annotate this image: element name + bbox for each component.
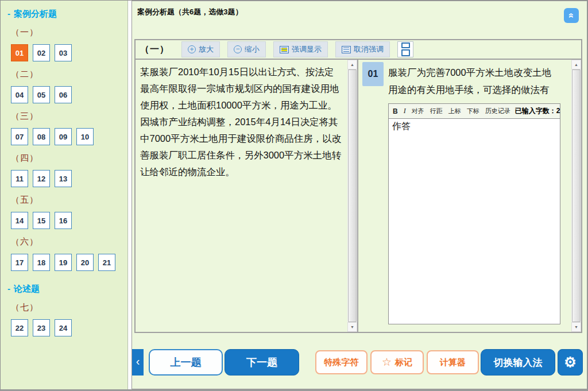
question-btn-08[interactable]: 08 xyxy=(33,128,50,145)
scroll-down-icon[interactable] xyxy=(347,322,357,332)
section-label-5: （五） xyxy=(11,195,127,206)
main-header: 案例分析题（共6题，选做3题） « xyxy=(132,1,587,39)
question-btn-13[interactable]: 13 xyxy=(55,170,72,187)
passage-text: 某服装厂2010年10月15日以出让方式、按法定最高年限取得一宗城市规划区内的国… xyxy=(136,60,347,332)
panels: 某服装厂2010年10月15日以出让方式、按法定最高年限取得一宗城市规划区内的国… xyxy=(136,60,581,332)
question-btn-23[interactable]: 23 xyxy=(33,319,50,336)
circle-minus-icon xyxy=(234,45,242,53)
question-btn-11[interactable]: 11 xyxy=(11,170,28,187)
section-label-1: （一） xyxy=(11,27,127,38)
editor-toolbar: B I 对齐 行距 上标 下标 历史记录 已输入字数：2 xyxy=(389,104,560,119)
passage-panel: 某服装厂2010年10月15日以出让方式、按法定最高年限取得一宗城市规划区内的国… xyxy=(136,60,357,332)
bottom-bar: 上一题 下一题 特殊字符 ☆ 标记 计算器 切换输入法 ⚙ xyxy=(132,334,587,389)
question-btn-02[interactable]: 02 xyxy=(33,44,50,61)
zoom-in-button[interactable]: 放大 xyxy=(181,41,220,57)
collapse-panel-button[interactable]: « xyxy=(564,8,579,23)
question-row-2: 04 05 06 xyxy=(11,86,127,103)
question-number-badge: 01 xyxy=(362,62,384,86)
chevron-double-up-icon: « xyxy=(567,13,576,18)
section-label-2: （二） xyxy=(11,69,127,80)
question-row-5: 14 15 16 xyxy=(11,212,127,229)
calculator-button[interactable]: 计算器 xyxy=(427,350,479,374)
section-label-6: （六） xyxy=(11,237,127,247)
question-panel: 01 服装厂为完善7000平方米土地改变土地用途的有关用地手续，可选择的做法有 … xyxy=(358,60,581,332)
plain-lines-icon xyxy=(342,46,351,53)
group-label: 案例分析题 xyxy=(14,9,57,18)
scrollbar-thumb[interactable] xyxy=(572,69,581,322)
special-chars-button[interactable]: 特殊字符 xyxy=(315,350,368,374)
answer-input[interactable]: 作答 xyxy=(389,119,560,324)
collapse-marker-icon: - xyxy=(7,284,10,293)
scroll-down-icon[interactable] xyxy=(571,322,581,332)
zoom-in-label: 放大 xyxy=(199,44,214,55)
star-icon: ☆ xyxy=(382,355,392,369)
prev-question-button[interactable]: 上一题 xyxy=(149,349,223,375)
history-button[interactable]: 历史记录 xyxy=(485,107,510,115)
passage-scrollbar[interactable] xyxy=(347,60,357,332)
question-btn-04[interactable]: 04 xyxy=(11,86,28,103)
question-btn-01[interactable]: 01 xyxy=(11,44,28,61)
mark-label: 标记 xyxy=(395,357,412,368)
settings-button[interactable]: ⚙ xyxy=(558,349,583,375)
switch-ime-button[interactable]: 切换输入法 xyxy=(481,349,555,375)
italic-button[interactable]: I xyxy=(404,107,406,115)
scroll-up-icon[interactable] xyxy=(571,60,581,69)
question-btn-18[interactable]: 18 xyxy=(33,254,50,271)
question-btn-22[interactable]: 22 xyxy=(11,319,28,336)
question-btn-03[interactable]: 03 xyxy=(55,44,72,61)
line-spacing-button[interactable]: 行距 xyxy=(430,107,443,115)
exam-app-window: -案例分析题 （一） 01 02 03 （二） 04 05 06 （三） 07 … xyxy=(0,0,588,391)
scroll-up-icon[interactable] xyxy=(347,60,357,69)
collapse-sidebar-tab[interactable] xyxy=(132,349,144,375)
gear-icon: ⚙ xyxy=(564,355,577,369)
zoom-out-button[interactable]: 缩小 xyxy=(227,41,266,57)
bold-button[interactable]: B xyxy=(393,107,398,115)
question-scrollbar[interactable] xyxy=(571,60,581,332)
question-btn-17[interactable]: 17 xyxy=(11,254,28,271)
question-btn-21[interactable]: 21 xyxy=(98,254,115,271)
question-row-3: 07 08 09 10 xyxy=(11,128,127,145)
highlight-label: 强调显示 xyxy=(292,44,322,55)
unhighlight-button[interactable]: 取消强调 xyxy=(335,41,390,57)
unhighlight-label: 取消强调 xyxy=(354,44,384,55)
highlight-button[interactable]: 强调显示 xyxy=(273,41,328,57)
question-btn-12[interactable]: 12 xyxy=(33,170,50,187)
section-label-3: （三） xyxy=(11,111,127,122)
align-button[interactable]: 对齐 xyxy=(412,107,424,115)
question-text: 服装厂为完善7000平方米土地改变土地用途的有关用地手续，可选择的做法有 xyxy=(358,60,571,98)
section-label-4: （四） xyxy=(11,153,127,164)
page-title: 案例分析题（共6题，选做3题） xyxy=(137,7,242,17)
main-area: 案例分析题（共6题，选做3题） « （一） 放大 缩小 强调显示 xyxy=(131,1,587,389)
question-btn-05[interactable]: 05 xyxy=(33,86,50,103)
passage-section-label: （一） xyxy=(140,44,169,56)
circle-plus-icon xyxy=(188,45,196,53)
question-btn-09[interactable]: 09 xyxy=(55,128,72,145)
collapse-marker-icon: - xyxy=(7,9,10,18)
answer-editor: B I 对齐 行距 上标 下标 历史记录 已输入字数：2 作答 xyxy=(388,103,560,324)
group-label: 论述题 xyxy=(14,284,40,293)
question-btn-20[interactable]: 20 xyxy=(76,254,94,271)
question-row-1: 01 02 03 xyxy=(11,44,127,61)
split-layout-button[interactable] xyxy=(397,41,413,57)
superscript-button[interactable]: 上标 xyxy=(448,107,461,115)
question-btn-14[interactable]: 14 xyxy=(11,212,28,229)
group-essay[interactable]: -论述题 xyxy=(7,284,127,295)
zoom-out-label: 缩小 xyxy=(245,44,260,55)
question-btn-06[interactable]: 06 xyxy=(55,86,72,103)
mark-button[interactable]: ☆ 标记 xyxy=(370,350,424,374)
question-btn-15[interactable]: 15 xyxy=(33,212,50,229)
question-btn-16[interactable]: 16 xyxy=(55,212,72,229)
question-btn-10[interactable]: 10 xyxy=(76,128,94,145)
char-count-label: 已输入字数：2 xyxy=(515,106,560,116)
highlight-lines-icon xyxy=(280,46,289,53)
question-btn-19[interactable]: 19 xyxy=(55,254,72,271)
question-row-7: 22 23 24 xyxy=(11,319,127,336)
next-question-button[interactable]: 下一题 xyxy=(225,349,299,375)
subscript-button[interactable]: 下标 xyxy=(467,107,479,115)
section-label-7: （七） xyxy=(11,302,127,313)
question-btn-24[interactable]: 24 xyxy=(55,319,72,336)
group-case-analysis[interactable]: -案例分析题 xyxy=(7,9,127,20)
question-row-4: 11 12 13 xyxy=(11,170,127,187)
question-btn-07[interactable]: 07 xyxy=(11,128,28,145)
scrollbar-thumb[interactable] xyxy=(348,69,357,322)
